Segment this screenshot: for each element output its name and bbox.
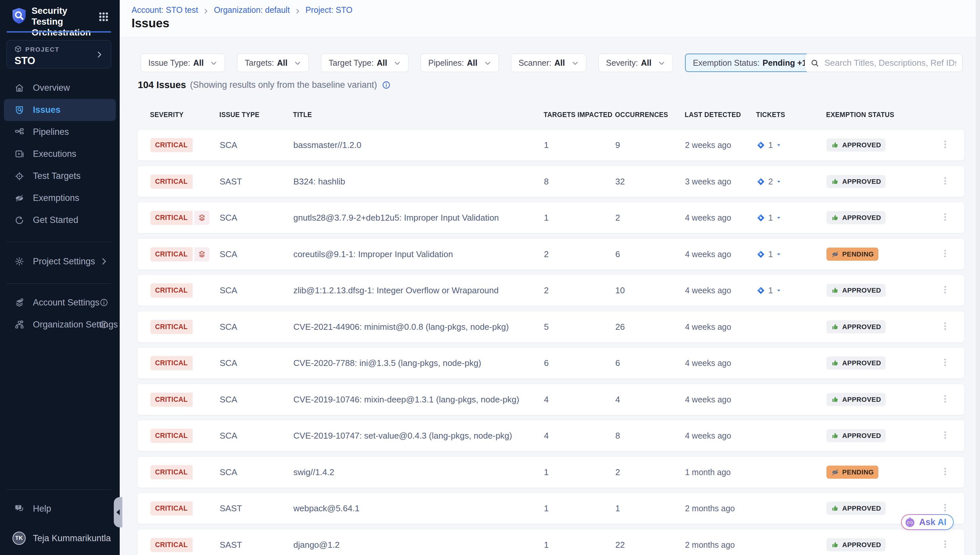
- row-menu-button[interactable]: [938, 202, 952, 233]
- issue-title-cell[interactable]: gnutls28@3.7.9-2+deb12u5: Improper Input…: [294, 202, 499, 233]
- issue-title-cell[interactable]: webpack@5.64.1: [294, 493, 359, 524]
- exemption-status-cell: APPROVED: [826, 348, 885, 379]
- filter-issue-type[interactable]: Issue Type:All: [141, 54, 225, 72]
- caret-down-icon[interactable]: [775, 251, 782, 257]
- issue-title-cell[interactable]: swig//1.4.2: [294, 457, 334, 488]
- ai-mascot-icon: [904, 516, 916, 528]
- targets-impacted-cell: 1: [544, 130, 549, 160]
- table-row[interactable]: CRITICALSCAbassmaster//1.2.0192 weeks ag…: [137, 129, 964, 161]
- sidebar-item-help[interactable]: ? Help: [0, 498, 120, 520]
- sidebar-item-project-settings[interactable]: Project Settings: [0, 250, 120, 272]
- caret-down-icon[interactable]: [775, 214, 782, 221]
- row-menu-button[interactable]: [938, 384, 952, 415]
- issue-title-cell[interactable]: CVE-2019-10747: set-value@0.4.3 (lang-pk…: [294, 420, 512, 451]
- project-selector[interactable]: PROJECT STO: [6, 40, 111, 68]
- issue-title-cell[interactable]: coreutils@9.1-1: Improper Input Validati…: [294, 239, 453, 269]
- filter-severity[interactable]: Severity:All: [598, 54, 673, 72]
- caret-down-icon[interactable]: [775, 178, 782, 185]
- exemption-status-cell: APPROVED: [826, 529, 885, 555]
- table-row[interactable]: CRITICALSCAgnutls28@3.7.9-2+deb12u5: Imp…: [137, 202, 964, 233]
- app-logo-row: Security Testing Orchestration: [0, 0, 120, 32]
- ticket-link[interactable]: 1: [756, 286, 782, 295]
- table-row[interactable]: CRITICALSCAswig//1.4.2121 month agoPENDI…: [137, 456, 964, 488]
- sidebar-item-test-targets[interactable]: Test Targets: [0, 165, 120, 187]
- breadcrumb-link[interactable]: Account: STO test: [132, 5, 198, 15]
- sidebar-collapse-handle[interactable]: [114, 497, 122, 528]
- last-detected-cell: 2 months ago: [685, 493, 735, 524]
- caret-down-icon[interactable]: [775, 142, 782, 148]
- sidebar-item-overview[interactable]: Overview: [0, 77, 120, 99]
- table-row[interactable]: CRITICALSCAcoreutils@9.1-1: Improper Inp…: [137, 238, 964, 270]
- row-menu-button[interactable]: [938, 457, 952, 488]
- row-menu-button[interactable]: [938, 311, 952, 342]
- last-detected-cell: 2 months ago: [685, 529, 735, 555]
- issue-title-cell[interactable]: zlib@1:1.2.13.dfsg-1: Integer Overflow o…: [294, 275, 499, 306]
- issue-title-cell[interactable]: CVE-2021-44906: minimist@0.0.8 (lang-pkg…: [294, 311, 509, 342]
- filter-target-type[interactable]: Target Type:All: [321, 54, 409, 72]
- search-input[interactable]: [824, 58, 957, 68]
- filter-pipelines[interactable]: Pipelines:All: [420, 54, 499, 72]
- scrollbar[interactable]: [976, 0, 980, 555]
- breadcrumb-link[interactable]: Organization: default: [214, 5, 290, 15]
- search-box: [805, 54, 962, 72]
- row-menu-button[interactable]: [938, 529, 952, 555]
- cube-icon: [14, 45, 22, 53]
- table-row[interactable]: CRITICALSCACVE-2019-10746: mixin-deep@1.…: [137, 384, 964, 415]
- ticket-link[interactable]: 2: [756, 176, 782, 187]
- info-icon[interactable]: [382, 80, 391, 90]
- targets-impacted-cell: 4: [544, 420, 549, 451]
- exemption-status-cell: APPROVED: [826, 130, 885, 160]
- targets-impacted-cell: 2: [544, 239, 549, 269]
- table-row[interactable]: CRITICALSASTB324: hashlib8323 weeks ago2…: [137, 166, 964, 197]
- caret-down-icon[interactable]: [775, 287, 782, 294]
- issue-title-cell[interactable]: B324: hashlib: [294, 166, 345, 197]
- sidebar-item-pipelines[interactable]: Pipelines: [0, 121, 120, 143]
- ticket-link[interactable]: 1: [756, 213, 782, 223]
- row-menu-button[interactable]: [938, 239, 952, 269]
- sidebar-item-get-started[interactable]: Get Started: [0, 209, 120, 231]
- row-menu-button[interactable]: [938, 420, 952, 451]
- info-icon[interactable]: [99, 320, 109, 329]
- table-row[interactable]: CRITICALSCACVE-2021-44906: minimist@0.0.…: [137, 311, 964, 343]
- exemption-status-cell: APPROVED: [826, 493, 885, 524]
- status-label: APPROVED: [842, 178, 881, 185]
- eye-off-icon: [14, 193, 24, 203]
- filter-scanner[interactable]: Scanner:All: [511, 54, 586, 72]
- ask-ai-button[interactable]: Ask AI: [901, 514, 954, 530]
- row-menu-button[interactable]: [938, 166, 952, 197]
- info-icon[interactable]: [99, 298, 109, 307]
- targets-impacted-cell: 1: [544, 529, 549, 555]
- filter-label: Scanner:: [519, 58, 552, 68]
- sidebar-item-organization-settings[interactable]: Organization Settings: [0, 314, 120, 335]
- sidebar-item-label: Help: [33, 504, 51, 514]
- row-menu-button[interactable]: [938, 275, 952, 306]
- row-menu-button[interactable]: [938, 348, 952, 379]
- ticket-link[interactable]: 1: [756, 140, 782, 150]
- issue-title-cell[interactable]: CVE-2019-10746: mixin-deep@1.3.1 (lang-p…: [294, 384, 519, 415]
- issue-title-cell[interactable]: django@1.2: [294, 529, 340, 555]
- status-badge: APPROVED: [826, 175, 885, 188]
- breadcrumb-link[interactable]: Project: STO: [305, 5, 353, 15]
- exemption-status-cell: PENDING: [826, 457, 878, 488]
- row-menu-button[interactable]: [938, 130, 952, 160]
- table-row[interactable]: CRITICALSCAzlib@1:1.2.13.dfsg-1: Integer…: [137, 274, 964, 306]
- sidebar-item-executions[interactable]: Executions: [0, 143, 120, 165]
- user-profile[interactable]: TK Teja Kummarikuntla: [0, 528, 120, 549]
- issue-title-cell[interactable]: CVE-2020-7788: ini@1.3.5 (lang-pkgs, nod…: [294, 348, 481, 379]
- issue-type-cell: SCA: [220, 384, 237, 415]
- issue-title-cell[interactable]: bassmaster//1.2.0: [294, 130, 361, 160]
- sidebar-item-exemptions[interactable]: Exemptions: [0, 187, 120, 209]
- filter-targets[interactable]: Targets:All: [237, 54, 309, 72]
- issue-type-cell: SCA: [220, 457, 237, 488]
- ticket-link[interactable]: 1: [756, 249, 782, 260]
- chevron-right-icon: [99, 257, 109, 266]
- sidebar-item-account-settings[interactable]: Account Settings: [0, 292, 120, 313]
- table-row[interactable]: CRITICALSCACVE-2019-10747: set-value@0.4…: [137, 420, 964, 451]
- sidebar-item-issues[interactable]: Issues: [4, 99, 116, 121]
- table-row[interactable]: CRITICALSASTdjango@1.21222 months agoAPP…: [137, 529, 964, 555]
- app-switcher-grid-icon[interactable]: [98, 11, 109, 22]
- severity-badge: CRITICAL: [150, 175, 194, 189]
- tickets-cell: 1: [756, 275, 782, 306]
- table-row[interactable]: CRITICALSASTwebpack@5.64.1112 months ago…: [137, 492, 964, 524]
- table-row[interactable]: CRITICALSCACVE-2020-7788: ini@1.3.5 (lan…: [137, 347, 964, 379]
